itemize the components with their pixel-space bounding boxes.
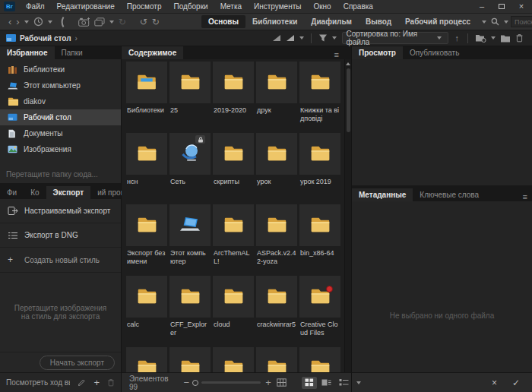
content-item[interactable]: 2019-2020 — [213, 62, 254, 133]
content-item-thumbnail[interactable] — [299, 347, 340, 372]
slider-handle[interactable] — [192, 380, 198, 386]
add-style-icon[interactable]: + — [93, 377, 100, 388]
content-item[interactable]: cloud — [213, 276, 254, 347]
content-item-thumbnail[interactable] — [299, 276, 340, 318]
undo-icon[interactable]: ↺ — [140, 17, 147, 27]
stack-thumbnails-icon[interactable] — [94, 17, 105, 27]
content-item[interactable] — [169, 347, 211, 372]
content-item-thumbnail[interactable] — [213, 62, 254, 103]
open-recent-folder-icon[interactable] — [475, 33, 486, 43]
zoom-out-icon[interactable]: − — [181, 377, 193, 388]
cancel-metadata-icon[interactable]: × — [492, 378, 497, 388]
content-item-thumbnail[interactable] — [126, 204, 167, 246]
back-icon[interactable]: ‹ — [8, 17, 11, 27]
content-item-thumbnail[interactable] — [213, 204, 254, 246]
scrollbar-thumb[interactable] — [347, 68, 350, 132]
content-scrollbar[interactable] — [344, 59, 351, 372]
forward-icon[interactable]: › — [16, 17, 19, 27]
preview-tab[interactable]: Опубликовать — [403, 46, 466, 59]
content-item[interactable]: Книжки та відповіді — [299, 62, 340, 133]
content-item-thumbnail[interactable] — [169, 276, 211, 318]
view-chevron-icon[interactable] — [356, 381, 361, 384]
sort-dropdown[interactable]: Сортировка по: Имя файла — [342, 32, 448, 44]
favorites-item[interactable]: Документы — [0, 125, 121, 141]
thumbnail-quality2-icon[interactable] — [286, 34, 295, 42]
workspace-tab[interactable]: Вывод — [359, 15, 398, 28]
menubar-item[interactable]: Файл — [20, 1, 51, 12]
search-input[interactable] — [511, 16, 532, 27]
favorites-item[interactable]: Этот компьютер — [0, 77, 121, 93]
content-item[interactable]: calc — [126, 276, 167, 347]
content-item[interactable]: ArcThemALL! — [213, 204, 254, 276]
workspace-tab[interactable]: Основы — [201, 15, 245, 28]
workspace-tab[interactable]: Библиотеки — [245, 15, 304, 28]
favorites-item[interactable]: Изображения — [0, 141, 121, 157]
view-details-button[interactable] — [319, 377, 334, 389]
recent-chevron-icon[interactable] — [48, 21, 52, 24]
camera-import-icon[interactable] — [78, 17, 90, 27]
content-item-thumbnail[interactable] — [126, 62, 167, 103]
content-item[interactable]: Creative Cloud Files — [299, 276, 340, 347]
content-item-thumbnail[interactable] — [256, 276, 297, 318]
search-chevron-icon[interactable] — [504, 21, 508, 24]
slider-track[interactable] — [201, 381, 261, 384]
menubar-item[interactable]: Справка — [337, 1, 379, 12]
content-item-thumbnail[interactable] — [256, 204, 297, 246]
content-item-thumbnail[interactable] — [213, 276, 254, 318]
content-item[interactable]: crackwinrar5 — [256, 276, 297, 347]
export-tab[interactable]: Ко — [24, 186, 46, 199]
stack-chevron-icon[interactable] — [109, 21, 114, 24]
content-item-thumbnail[interactable] — [169, 204, 211, 246]
export-tab[interactable]: Фи — [0, 186, 24, 199]
content-item[interactable]: урок 2019 — [299, 133, 340, 204]
content-item[interactable]: урок — [256, 133, 297, 204]
apply-metadata-icon[interactable]: ✓ — [512, 378, 520, 388]
tab-content[interactable]: Содержимое — [122, 46, 183, 59]
breadcrumb[interactable]: Рабочий стол — [20, 34, 71, 43]
content-item[interactable]: Сеть — [169, 133, 211, 204]
menubar-item[interactable]: Окно — [307, 1, 337, 12]
content-item[interactable]: Этот компьютер — [169, 204, 211, 276]
content-item-thumbnail[interactable] — [256, 133, 297, 175]
content-item-thumbnail[interactable] — [299, 204, 340, 246]
content-item-thumbnail[interactable] — [169, 133, 211, 175]
content-item[interactable]: 25 — [169, 62, 211, 133]
content-item-thumbnail[interactable] — [169, 62, 211, 103]
content-item[interactable]: Библиотеки — [126, 62, 167, 133]
content-item[interactable] — [256, 347, 297, 372]
workspace-tab[interactable]: Диафильм — [304, 15, 359, 28]
favorites-item[interactable]: diakov — [0, 93, 121, 109]
content-item[interactable]: нсн — [126, 133, 167, 204]
workspace-chevron-icon[interactable] — [482, 21, 486, 24]
view-thumbnails-button[interactable] — [302, 377, 317, 389]
content-item-thumbnail[interactable] — [169, 347, 211, 372]
content-item-thumbnail[interactable] — [256, 347, 297, 372]
content-item[interactable]: скрипты — [213, 133, 254, 204]
favorites-item[interactable]: Библиотеки — [0, 62, 121, 77]
content-item[interactable]: друк — [256, 62, 297, 133]
content-item-thumbnail[interactable] — [213, 133, 254, 175]
content-item[interactable] — [126, 347, 167, 372]
thumbnail-quality-icon[interactable] — [272, 34, 281, 42]
content-item-thumbnail[interactable] — [126, 133, 167, 175]
content-item-thumbnail[interactable] — [299, 62, 340, 103]
minimize-icon[interactable]: – — [474, 2, 489, 11]
menubar-item[interactable]: Редактирование — [51, 1, 121, 12]
menubar-item[interactable]: Подборки — [167, 1, 214, 12]
content-item[interactable] — [299, 347, 340, 372]
favorites-tab[interactable]: Избранное — [0, 46, 55, 59]
menubar-item[interactable]: Инструменты — [248, 1, 307, 12]
maximize-icon[interactable] — [494, 2, 509, 11]
sort-ascending-icon[interactable]: ↑ — [455, 33, 460, 43]
content-item[interactable]: ASPack.v2.42-yoza — [256, 204, 297, 276]
edit-pencil-icon[interactable] — [78, 378, 86, 387]
filter-icon[interactable] — [318, 33, 328, 43]
search-icon[interactable] — [491, 17, 499, 26]
favorites-tab[interactable]: Папки — [55, 46, 90, 59]
scroll-up-icon[interactable] — [346, 62, 350, 65]
grid-lock-icon[interactable] — [274, 377, 290, 389]
recent-folder-chevron-icon[interactable] — [491, 36, 496, 40]
content-item[interactable]: bin_x86-64 — [299, 204, 340, 276]
panel-menu-icon[interactable]: ≡ — [518, 192, 532, 201]
start-export-button[interactable]: Начать экспорт — [40, 356, 115, 370]
